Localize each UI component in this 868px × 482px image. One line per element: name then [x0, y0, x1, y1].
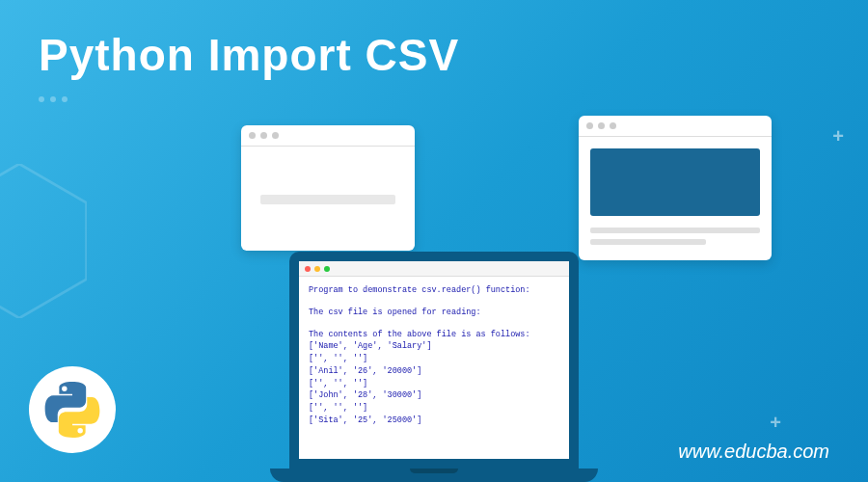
plus-icon: +: [770, 412, 781, 434]
code-output: Program to demonstrate csv.reader() func…: [299, 277, 569, 435]
code-line: The csv file is opened for reading:: [309, 307, 559, 319]
browser-titlebar: [241, 125, 415, 147]
code-line: ['', '', '']: [309, 353, 559, 365]
code-line: ['Sita', '25', '25000']: [309, 415, 559, 427]
minimize-icon: [314, 266, 320, 272]
code-line: ['Anil', '26', '20000']: [309, 365, 559, 378]
code-window-titlebar: [299, 261, 569, 277]
code-line: The contents of the above file is as fol…: [309, 329, 559, 341]
brand-url: www.educba.com: [678, 441, 829, 463]
close-icon: [305, 266, 311, 272]
laptop-base: [270, 469, 598, 482]
python-logo-icon: [43, 381, 101, 439]
python-logo-badge: [29, 366, 116, 453]
background-browser-left: [241, 125, 415, 251]
plus-icon: +: [832, 125, 844, 147]
page-title: Python Import CSV: [39, 29, 459, 81]
hexagon-shape: [0, 164, 87, 318]
code-line: ['John', '28', '30000']: [309, 389, 559, 402]
background-browser-right: [579, 116, 772, 260]
code-line: ['', '', '']: [309, 378, 559, 390]
maximize-icon: [324, 266, 330, 272]
svg-marker-0: [0, 164, 87, 318]
code-line: Program to demonstrate csv.reader() func…: [309, 284, 559, 297]
code-line: ['Name', 'Age', 'Salary']: [309, 340, 559, 353]
browser-titlebar: [579, 116, 772, 137]
laptop-screen: Program to demonstrate csv.reader() func…: [289, 252, 579, 469]
code-line: ['', '', '']: [309, 402, 559, 415]
laptop-illustration: Program to demonstrate csv.reader() func…: [270, 252, 598, 482]
